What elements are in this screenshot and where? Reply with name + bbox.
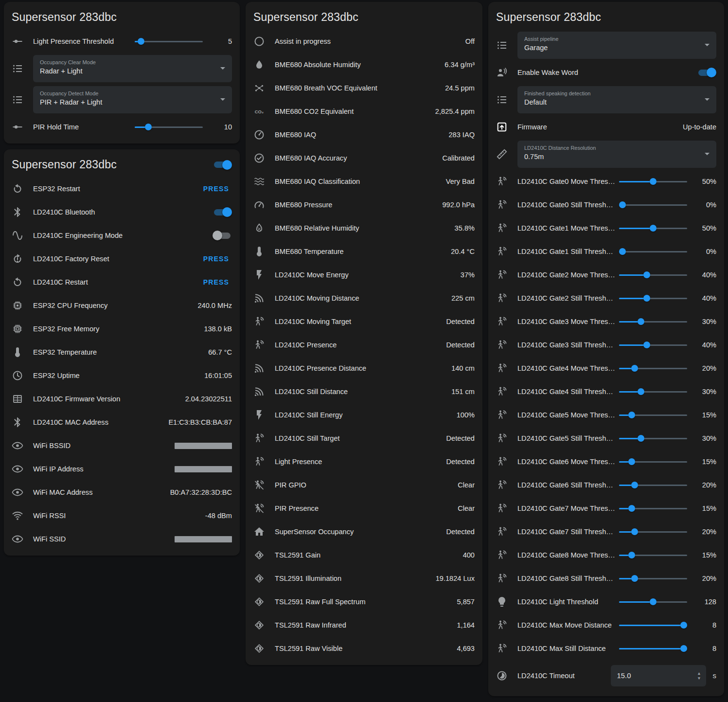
slider-pir-hold-time[interactable]: [135, 123, 203, 131]
select-finished-speaking-detection[interactable]: Finished speaking detectionDefault: [517, 86, 716, 113]
slider-ld2410c-gate0-move-threshold[interactable]: [619, 178, 687, 185]
signal-distance-icon: [253, 292, 265, 304]
card-header-toggle[interactable]: [213, 160, 232, 170]
slider-thumb[interactable]: [650, 178, 657, 185]
select-assist-pipeline[interactable]: Assist pipelineGarage: [517, 32, 716, 59]
slider-thumb[interactable]: [631, 575, 638, 582]
entity-name: ESP32 CPU Frequency: [33, 302, 192, 309]
toggle-thumb: [222, 160, 232, 170]
row-ld2410c-distance-resolution: LD2410C Distance Resolution0.75m: [488, 139, 724, 170]
toggle-ld2410c-bluetooth[interactable]: [213, 207, 232, 217]
motion-sensor-off-icon: [253, 503, 265, 514]
slider-thumb[interactable]: [619, 248, 626, 255]
slider-ld2410c-gate5-still-threshold[interactable]: [619, 434, 687, 442]
decrement-arrow[interactable]: ▼: [697, 676, 701, 681]
list-icon: [496, 39, 508, 51]
slider-thumb[interactable]: [138, 38, 144, 45]
slider-ld2410c-gate3-move-threshold[interactable]: [619, 318, 687, 325]
slider-ld2410c-gate2-move-threshold[interactable]: [619, 271, 687, 279]
row-ld2410c-still-distance: LD2410C Still Distance151 cm: [246, 380, 482, 403]
select-selected-value: Garage: [524, 44, 697, 52]
slider-value: 40%: [693, 294, 716, 302]
slider-ld2410c-gate3-still-threshold[interactable]: [619, 341, 687, 349]
stepper-arrows[interactable]: ▲▼: [697, 671, 701, 680]
motion-sensor-icon: [253, 339, 265, 351]
slider-thumb[interactable]: [638, 435, 644, 442]
select-occupancy-clear-mode[interactable]: Occupancy Clear ModeRadar + Light: [33, 55, 232, 82]
entity-name: LD2410C Gate1 Still Threshold: [517, 248, 615, 255]
slider-ld2410c-gate1-still-threshold[interactable]: [619, 248, 687, 255]
slider-ld2410c-gate7-move-threshold[interactable]: [619, 504, 687, 512]
slider-light-presence-threshold[interactable]: [135, 37, 203, 45]
slider-thumb[interactable]: [643, 342, 650, 348]
press-button[interactable]: PRESS: [200, 278, 232, 286]
number-input[interactable]: 15.0▲▼: [611, 665, 706, 686]
row-ld2410c-gate5-still-threshold: LD2410C Gate5 Still Threshold30%: [488, 427, 724, 450]
row-wifi-bssid: WiFi BSSID: [4, 434, 240, 457]
slider-thumb[interactable]: [628, 552, 635, 558]
entity-value: Detected: [446, 458, 475, 466]
slider-thumb[interactable]: [628, 458, 635, 465]
slider-thumb[interactable]: [680, 622, 687, 629]
motion-sensor-off-icon: [253, 479, 265, 491]
slider-ld2410c-gate4-still-threshold[interactable]: [619, 388, 687, 396]
select-ld2410c-distance-resolution[interactable]: LD2410C Distance Resolution0.75m: [517, 141, 716, 168]
slider-value: 40%: [693, 341, 716, 349]
slider-value: 15%: [693, 551, 716, 559]
toggle-ld2410c-engineering-mode[interactable]: [213, 231, 232, 240]
slider-thumb[interactable]: [631, 482, 638, 488]
row-pir-gpio: PIR GPIOClear: [246, 473, 482, 497]
select-occupancy-detect-mode[interactable]: Occupancy Detect ModePIR + Radar + Light: [33, 86, 232, 113]
gauge-icon: [253, 129, 265, 141]
slider-thumb[interactable]: [628, 412, 635, 418]
slider-ld2410c-gate0-still-threshold[interactable]: [619, 201, 687, 209]
slider-ld2410c-light-threshold[interactable]: [619, 598, 687, 606]
row-wifi-ssid: WiFi SSID: [4, 527, 240, 551]
slider-ld2410c-gate8-move-threshold[interactable]: [619, 551, 687, 559]
slider-ld2410c-gate2-still-threshold[interactable]: [619, 294, 687, 302]
dashboard-column-3: Supersensor 283dbcAssist pipelineGarageE…: [488, 2, 724, 696]
entity-value: 2,825.4 ppm: [435, 108, 475, 115]
toggle-enable-wake-word[interactable]: [697, 68, 716, 77]
row-ld2410c-still-energy: LD2410C Still Energy100%: [246, 403, 482, 427]
entity-value: -48 dBm: [205, 512, 232, 520]
slider-ld2410c-gate8-still-threshold[interactable]: [619, 575, 687, 582]
entity-name: BME680 Pressure: [275, 201, 436, 209]
slider-ld2410c-gate5-move-threshold[interactable]: [619, 411, 687, 419]
entity-name: LD2410C Max Move Distance: [517, 621, 615, 629]
slider-thumb[interactable]: [643, 295, 650, 302]
slider-thumb[interactable]: [145, 124, 152, 130]
increment-arrow[interactable]: ▲: [697, 671, 701, 676]
row-ld2410c-bluetooth: LD2410C Bluetooth: [4, 200, 240, 224]
slider-ld2410c-gate1-move-threshold[interactable]: [619, 224, 687, 232]
slider-thumb[interactable]: [650, 225, 657, 232]
slider-thumb[interactable]: [628, 505, 635, 512]
slider-thumb[interactable]: [638, 318, 644, 325]
slider-ld2410c-gate6-move-threshold[interactable]: [619, 458, 687, 466]
slider-thumb[interactable]: [638, 388, 644, 395]
motion-sensor-icon: [496, 386, 508, 397]
row-ld2410c-gate7-still-threshold: LD2410C Gate7 Still Threshold20%: [488, 520, 724, 543]
entity-name: LD2410C Firmware Version: [33, 395, 179, 403]
entity-name: BME680 Relative Humidity: [275, 224, 449, 232]
slider-thumb[interactable]: [631, 528, 638, 535]
entity-name: Light Presence Threshold: [33, 37, 131, 45]
device-card: Supersensor 283dbcLight Presence Thresho…: [4, 2, 240, 144]
press-button[interactable]: PRESS: [200, 185, 232, 193]
motion-sensor-icon: [253, 456, 265, 468]
entity-name: BME680 IAQ Classification: [275, 178, 440, 185]
slider-thumb[interactable]: [619, 201, 626, 208]
bluetooth-icon: [12, 206, 23, 218]
slider-thumb[interactable]: [631, 365, 638, 372]
slider-thumb[interactable]: [643, 271, 650, 278]
slider-ld2410c-gate6-still-threshold[interactable]: [619, 481, 687, 489]
motion-sensor-icon: [496, 456, 508, 468]
slider-ld2410c-max-still-distance[interactable]: [619, 645, 687, 652]
slider-ld2410c-gate4-move-threshold[interactable]: [619, 364, 687, 372]
press-button[interactable]: PRESS: [200, 255, 232, 263]
slider-ld2410c-max-move-distance[interactable]: [619, 621, 687, 629]
slider-thumb[interactable]: [650, 598, 657, 605]
slider-ld2410c-gate7-still-threshold[interactable]: [619, 528, 687, 536]
entity-value: 138.0 kB: [204, 325, 232, 333]
slider-thumb[interactable]: [680, 645, 687, 652]
